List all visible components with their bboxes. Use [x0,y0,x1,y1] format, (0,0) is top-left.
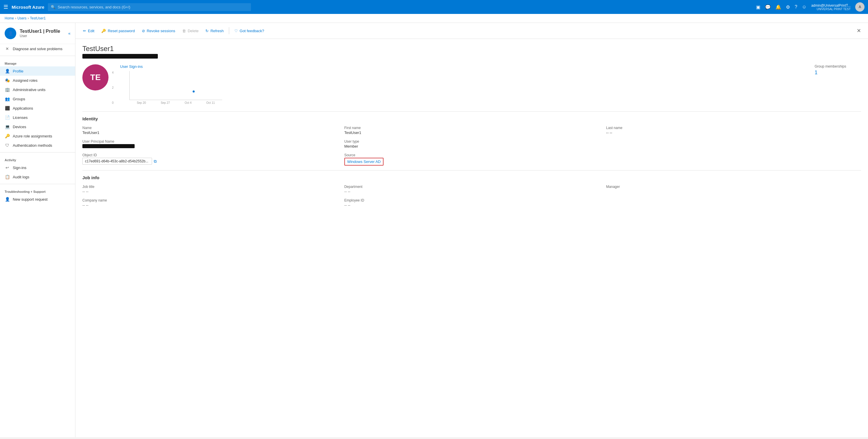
job-title-label: Job title [83,185,337,189]
source-label: Source [344,153,599,157]
admin-units-icon: 🏢 [5,87,10,92]
sidebar-azure-roles-label: Azure role assignments [13,134,52,138]
user-avatar[interactable]: A [855,2,865,11]
first-name-field: First name TestUser1 [344,126,599,135]
sidebar-item-sign-ins[interactable]: ↩ Sign-ins [0,163,75,172]
audit-logs-icon: 📋 [5,175,10,179]
sidebar-item-admin-units[interactable]: 🏢 Administrative units [0,85,75,94]
licenses-icon: 📄 [5,115,10,120]
chart-data-point [193,91,195,93]
delete-icon: 🗑 [182,29,186,33]
sidebar-title-block: TestUser1 | Profile User [20,29,60,38]
group-memberships-value[interactable]: 1 [815,70,861,76]
sidebar-item-audit-logs[interactable]: 📋 Audit logs [0,172,75,182]
sign-ins-icon: ↩ [5,165,10,170]
sidebar-avatar-icon: 👤 [8,31,13,36]
sidebar-item-new-support[interactable]: 👤 New support request [0,194,75,204]
smiley-icon[interactable]: ☺ [802,4,806,9]
user-type-value: Member [344,144,599,149]
applications-icon: ⬛ [5,106,10,111]
breadcrumb-current: TestUser1 [30,16,45,20]
user-info: admin@UniversalPrintT... UNIVERSAL PRINT… [811,3,850,11]
department-field: Department -- -- [344,185,599,194]
group-memberships-label: Group memberships [815,64,861,68]
copy-icon[interactable]: ⧉ [154,159,157,164]
sidebar-item-groups[interactable]: 👥 Groups [0,94,75,103]
job-info-section: Job info Job title -- -- Department -- -… [83,175,861,207]
cloud-shell-icon[interactable]: ▣ [756,4,761,10]
sidebar-item-licenses[interactable]: 📄 Licenses [0,113,75,122]
object-id-field: Object ID ⧉ [83,153,337,165]
feedback-button[interactable]: ♡ Got feedback? [231,27,267,35]
chart-x-oct11: Oct 11 [206,101,215,104]
delete-button[interactable]: 🗑 Delete [179,27,202,35]
breadcrumb-users[interactable]: Users [18,16,26,20]
sidebar-item-diagnose[interactable]: ✕ Diagnose and solve problems [0,44,75,53]
chart-y-label-2: 2 [112,86,114,89]
feedback-icon[interactable]: 💬 [765,4,771,10]
chart-title: User Sign-ins [120,64,803,69]
azure-roles-icon: 🔑 [5,134,10,138]
name-value: TestUser1 [83,130,337,135]
chart-y-labels: 4 2 0 [112,71,114,104]
search-box[interactable]: 🔍 [48,3,251,11]
sidebar-item-azure-roles[interactable]: 🔑 Azure role assignments [0,131,75,140]
sidebar: 👤 TestUser1 | Profile User « ✕ Diagnose … [0,23,75,437]
sidebar-collapse-icon[interactable]: « [68,31,70,36]
identity-grid: Name TestUser1 First name TestUser1 Last… [83,126,861,165]
chart-block: User Sign-ins 4 2 0 Sep 20 [120,64,803,104]
section-divider-2 [83,170,861,170]
upn-label: User Principal Name [83,139,337,144]
reset-password-icon: 🔑 [101,29,106,33]
object-id-value-container: ⧉ [83,158,337,165]
refresh-label: Refresh [210,29,224,33]
department-label: Department [344,185,599,189]
first-name-value: TestUser1 [344,130,599,135]
reset-password-button[interactable]: 🔑 Reset password [98,27,137,35]
chart-x-oct4: Oct 4 [185,101,191,104]
chart-y-label-0: 0 [112,101,114,104]
object-id-input[interactable] [83,158,152,165]
breadcrumb-home[interactable]: Home [5,16,14,20]
sidebar-diagnose-label: Diagnose and solve problems [13,47,62,51]
job-title-value: -- -- [83,189,337,194]
edit-button[interactable]: ✏ Edit [80,27,97,35]
sidebar-devices-label: Devices [13,125,26,129]
user-tenant-display: UNIVERSAL PRINT TEST [817,7,850,11]
sidebar-auth-methods-label: Authentication methods [13,143,52,148]
diagnose-icon: ✕ [5,46,10,51]
user-type-label: User type [344,139,599,144]
search-input[interactable] [58,5,248,9]
company-name-label: Company name [83,198,337,202]
feedback-label: Got feedback? [240,29,264,33]
activity-section-label: Activity [0,155,75,163]
revoke-sessions-button[interactable]: ⊘ Revoke sessions [139,27,178,35]
toolbar-separator [229,27,229,34]
sidebar-item-assigned-roles[interactable]: 🎭 Assigned roles [0,76,75,85]
chart-area [129,71,222,100]
employee-id-label: Employee ID [344,198,599,202]
sidebar-item-profile[interactable]: 👤 Profile [0,66,75,76]
employee-id-field: Employee ID -- -- [344,198,599,207]
profile-icon: 👤 [5,69,10,73]
sidebar-divider-2 [0,152,75,153]
user-avatar-large: TE [83,64,108,91]
sidebar-user-avatar: 👤 [5,28,16,39]
source-value[interactable]: Windows Server AD [347,159,381,164]
hamburger-icon[interactable]: ☰ [3,4,8,10]
help-icon[interactable]: ? [795,4,797,9]
content-toolbar: ✏ Edit 🔑 Reset password ⊘ Revoke session… [75,23,868,39]
settings-icon[interactable]: ⚙ [786,4,790,10]
sidebar-item-devices[interactable]: 💻 Devices [0,122,75,131]
empty-placeholder [606,139,861,149]
new-support-icon: 👤 [5,197,10,201]
refresh-button[interactable]: ↻ Refresh [203,27,226,35]
manager-label: Manager [606,185,861,189]
notifications-icon[interactable]: 🔔 [775,4,781,10]
sidebar-item-applications[interactable]: ⬛ Applications [0,103,75,113]
troubleshooting-section-label: Troubleshooting + Support [0,186,75,194]
sidebar-item-auth-methods[interactable]: 🛡 Authentication methods [0,140,75,150]
close-button[interactable]: ✕ [855,26,863,35]
sidebar-divider-1 [0,56,75,56]
last-name-label: Last name [606,126,861,130]
